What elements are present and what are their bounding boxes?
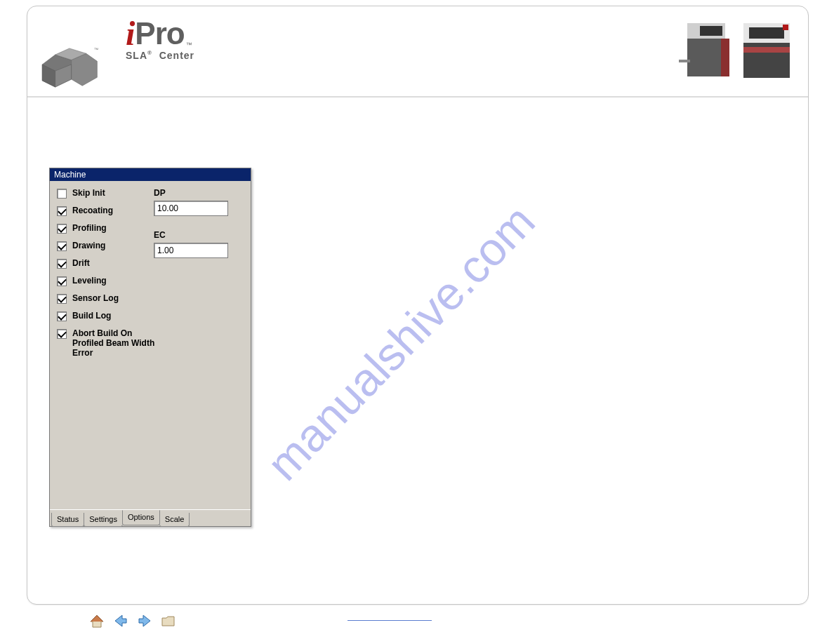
svg-text:™: ™ [94, 48, 98, 53]
dp-field-group: DP [154, 188, 238, 216]
svg-rect-4 [721, 39, 729, 76]
logo-3ds-icon: ™ [36, 41, 100, 94]
checkbox-icon[interactable] [57, 206, 67, 216]
brand-logo: iPro™ SLA® Center [126, 19, 194, 61]
check-label: Recoating [72, 206, 113, 215]
svg-rect-9 [783, 25, 788, 30]
check-sensor-log[interactable]: Sensor Log [57, 293, 162, 304]
check-label: Sensor Log [72, 293, 119, 303]
checkbox-column: Skip Init Recoating Profiling Drawing Dr… [57, 188, 162, 365]
ec-label: EC [154, 230, 238, 240]
svg-text:manualshive.com: manualshive.com [257, 195, 545, 490]
check-recoating[interactable]: Recoating [57, 206, 162, 216]
check-label: Drift [72, 258, 90, 268]
checkbox-icon[interactable] [57, 259, 67, 269]
brand-i: i [126, 19, 135, 48]
checkbox-icon[interactable] [57, 329, 67, 339]
check-label: Build Log [72, 311, 111, 321]
dp-input[interactable] [154, 201, 228, 216]
checkbox-icon[interactable] [57, 311, 67, 321]
back-button[interactable] [111, 612, 131, 629]
checkbox-icon[interactable] [57, 294, 67, 304]
ec-input[interactable] [154, 243, 228, 258]
folder-button[interactable] [159, 612, 178, 629]
checkbox-icon[interactable] [57, 276, 67, 286]
checkbox-icon[interactable] [57, 241, 67, 251]
brand-pro: Pro [135, 19, 184, 48]
bottom-toolbar [87, 612, 178, 629]
check-label: Leveling [72, 276, 107, 286]
tab-settings[interactable]: Settings [84, 513, 123, 527]
tab-options[interactable]: Options [122, 510, 160, 525]
brand-tm: ™ [186, 41, 192, 48]
check-label: Abort Build On Profiled Beam Width Error [72, 328, 162, 358]
check-build-log[interactable]: Build Log [57, 311, 162, 321]
check-leveling[interactable]: Leveling [57, 276, 162, 286]
bottom-link[interactable] [348, 620, 432, 621]
tabs-bar: Status Settings Options Scale [50, 509, 251, 526]
ec-field-group: EC [154, 230, 238, 258]
check-profiling[interactable]: Profiling [57, 223, 162, 234]
check-label: Profiling [72, 223, 107, 233]
svg-rect-3 [700, 26, 722, 36]
tab-scale[interactable]: Scale [159, 513, 190, 527]
checkbox-icon[interactable] [57, 189, 67, 199]
check-drift[interactable]: Drift [57, 258, 162, 269]
field-column: DP EC [154, 188, 238, 269]
watermark: manualshive.com [245, 119, 638, 539]
home-button[interactable] [87, 612, 107, 629]
dp-label: DP [154, 188, 238, 198]
header: ™ iPro™ SLA® Center [27, 6, 808, 98]
machine-panel: Machine Skip Init Recoating Profiling Dr [49, 168, 251, 527]
machine-illustration [679, 19, 798, 85]
svg-rect-10 [743, 47, 790, 53]
check-label: Skip Init [72, 188, 105, 198]
forward-button[interactable] [135, 612, 154, 629]
check-skip-init[interactable]: Skip Init [57, 188, 162, 199]
brand-subtitle: SLA® Center [126, 50, 194, 61]
check-label: Drawing [72, 241, 105, 250]
tab-status[interactable]: Status [51, 513, 84, 527]
panel-body: Skip Init Recoating Profiling Drawing Dr… [50, 181, 251, 511]
checkbox-icon[interactable] [57, 224, 67, 234]
svg-rect-8 [749, 27, 784, 39]
check-drawing[interactable]: Drawing [57, 241, 162, 251]
panel-title: Machine [50, 168, 251, 181]
svg-rect-5 [679, 60, 690, 62]
page-frame: ™ iPro™ SLA® Center [27, 6, 809, 605]
check-abort-build[interactable]: Abort Build On Profiled Beam Width Error [57, 328, 162, 358]
